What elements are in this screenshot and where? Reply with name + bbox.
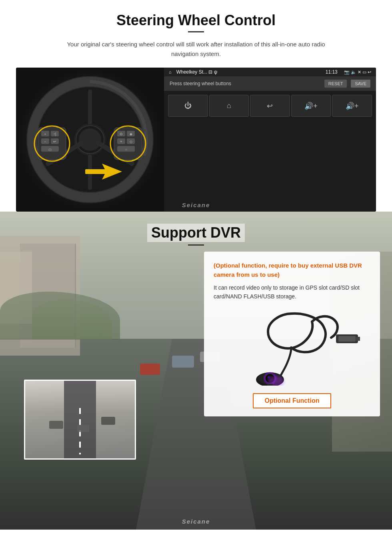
dvr-camera-drawing: [224, 310, 360, 386]
svg-point-5: [79, 128, 101, 151]
svg-text:↑|: ↑|: [54, 132, 56, 136]
press-buttons-label: Press steering wheel buttons: [170, 81, 320, 86]
svg-rect-6: [88, 90, 92, 124]
svg-rect-37: [338, 336, 356, 342]
svg-text:○: ○: [125, 148, 127, 151]
app-name-label: Wheelkey St... ⊟ ψ: [176, 69, 322, 75]
optional-function-badge[interactable]: Optional Function: [253, 393, 332, 408]
vol-up-button[interactable]: 🔊+: [291, 95, 331, 117]
power-button[interactable]: ⏻: [168, 95, 208, 117]
steering-wheel-photo: + ↑| − ↩ ( ) ⊙ ◈ + ◇ ○: [16, 68, 164, 212]
svg-text:◈: ◈: [130, 132, 132, 136]
save-button[interactable]: SAVE: [351, 80, 370, 88]
svg-rect-46: [267, 384, 273, 386]
steering-composite-image: + ↑| − ↩ ( ) ⊙ ◈ + ◇ ○: [16, 68, 376, 212]
dvr-section: Support DVR (Optional function, require …: [0, 212, 392, 530]
svg-text:◇: ◇: [130, 140, 132, 144]
svg-text:↩: ↩: [53, 140, 56, 144]
dvr-title-area: Support DVR: [0, 212, 392, 246]
android-statusbar: ⌂ Wheelkey St... ⊟ ψ 11:13 📷 🔈 ✕ ▭ ↩: [164, 68, 376, 76]
dvr-info-card: (Optional function, require to buy exter…: [204, 252, 380, 416]
android-header-bar: Press steering wheel buttons RESET SAVE: [164, 76, 376, 91]
seicane-watermark-dvr: Seicane: [182, 518, 210, 525]
svg-rect-38: [356, 337, 360, 341]
svg-text:( ): ( ): [49, 148, 52, 151]
steering-section: Steering Wheel Control Your original car…: [0, 0, 392, 212]
steering-subtitle: Your original car's steering wheel contr…: [56, 40, 336, 59]
dvr-title: Support DVR: [147, 224, 245, 242]
home-icon: ⌂: [169, 70, 172, 74]
home-button[interactable]: ⌂: [209, 95, 249, 117]
dvr-optional-note: (Optional function, require to buy exter…: [214, 261, 370, 279]
svg-text:−: −: [44, 140, 46, 144]
steering-title-divider: [188, 31, 204, 32]
optional-badge-container: Optional Function: [214, 393, 370, 408]
bottom-bar: [0, 530, 392, 542]
vol-up-2-button[interactable]: 🔊+: [332, 95, 372, 117]
svg-point-43: [268, 376, 270, 378]
android-screen: ⌂ Wheelkey St... ⊟ ψ 11:13 📷 🔈 ✕ ▭ ↩ Pre…: [164, 68, 376, 212]
dvr-description: It can record video only to storage in G…: [214, 283, 370, 301]
svg-text:+: +: [44, 132, 46, 136]
svg-text:+: +: [120, 140, 122, 144]
dvr-thumbnail-image: [24, 380, 136, 460]
dvr-product-image: [214, 308, 370, 388]
dvr-title-divider: [188, 244, 204, 246]
seicane-watermark-steering: Seicane: [182, 202, 210, 208]
svg-rect-35: [85, 169, 106, 174]
steering-wheel-svg: + ↑| − ↩ ( ) ⊙ ◈ + ◇ ○: [26, 76, 154, 204]
back-button[interactable]: ↩: [250, 95, 290, 117]
steering-title: Steering Wheel Control: [16, 12, 376, 29]
status-icons: 📷 🔈 ✕ ▭ ↩: [344, 70, 371, 75]
reset-button[interactable]: RESET: [324, 80, 347, 88]
svg-text:⊙: ⊙: [120, 132, 123, 136]
steering-buttons-grid: ⏻ ⌂ ↩ 🔊+ 🔊+: [164, 91, 376, 212]
time-label: 11:13: [326, 69, 338, 75]
